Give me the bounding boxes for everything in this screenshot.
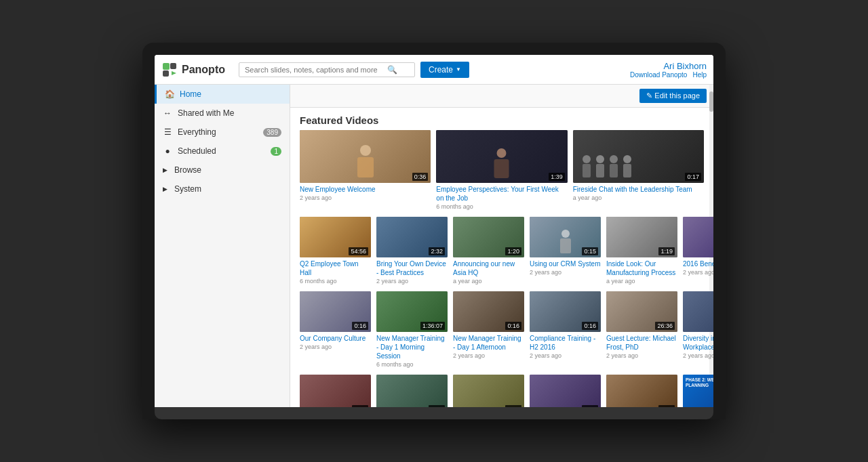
video-thumb-v5[interactable]: 2:32	[376, 217, 448, 257]
video-thumb-v8[interactable]: 1:19	[606, 217, 677, 257]
video-title-v12[interactable]: New Manager Training - Day 1 Afternoon	[453, 334, 524, 352]
svg-rect-5	[357, 157, 374, 177]
video-item-v20: MaxRank Employee Benefits 3:51	[606, 375, 677, 407]
video-title-v11[interactable]: New Manager Training - Day 1 Morning Ses…	[376, 334, 448, 360]
video-meta-v14: 2 years ago	[606, 352, 677, 359]
scrollbar-thumb[interactable]	[709, 91, 713, 112]
search-input[interactable]	[245, 66, 387, 74]
video-item-v11: 1:36:07 New Manager Training - Day 1 Mor…	[376, 291, 448, 368]
sidebar-label-system: System	[174, 184, 201, 194]
topbar-links: Download Panopto Help	[630, 71, 707, 79]
video-thumb-v14[interactable]: 26:36	[606, 291, 677, 332]
video-thumb-v20[interactable]: MaxRank Employee Benefits 3:51	[606, 375, 677, 407]
svg-point-12	[610, 155, 618, 163]
video-thumb-v19[interactable]: 3:11	[530, 375, 601, 407]
video-item-v12: 0:16 New Manager Training - Day 1 Aftern…	[453, 291, 524, 368]
main-layout: 🏠 Home ↔ Shared with Me ☰ Everything 389…	[155, 85, 713, 407]
video-thumb-v6[interactable]: 1:20	[453, 217, 524, 257]
video-grid: 0:36 New Employee Welcome 2 years ago	[290, 130, 713, 407]
video-item-v1: 0:36 New Employee Welcome 2 years ago	[300, 130, 431, 210]
everything-badge: 389	[263, 128, 281, 137]
sidebar-item-system[interactable]: ▶ System	[155, 180, 290, 198]
video-thumb-v11[interactable]: 1:36:07	[376, 291, 448, 332]
svg-point-14	[623, 155, 631, 163]
duration-v7: 0:15	[582, 247, 598, 255]
video-thumb-v4[interactable]: 54:56	[300, 217, 371, 257]
svg-rect-21	[713, 313, 714, 328]
svg-marker-3	[172, 71, 176, 75]
video-meta-v15: 2 years ago	[683, 352, 713, 359]
video-item-v13: 0:16 Compliance Training - H2 2016 2 yea…	[530, 291, 601, 368]
video-item-v15: 0:15 Diversity in the Workplace 2 years …	[683, 291, 713, 368]
duration-v13: 0:16	[582, 322, 598, 330]
svg-rect-0	[163, 63, 170, 70]
video-title-v9[interactable]: 2016 Benefits Update	[683, 259, 713, 268]
video-title-v3[interactable]: Fireside Chat with the Leadership Team	[573, 185, 704, 194]
svg-point-6	[496, 148, 506, 158]
video-item-v5: 2:32 Bring Your Own Device - Best Practi…	[376, 217, 448, 285]
video-thumb-v1[interactable]: 0:36	[300, 130, 431, 183]
video-thumb-v10[interactable]: 0:16	[300, 291, 371, 332]
svg-rect-19	[713, 238, 714, 253]
video-title-v1[interactable]: New Employee Welcome	[300, 185, 431, 194]
duration-v8: 1:19	[658, 247, 675, 255]
svg-point-4	[360, 145, 371, 156]
video-thumb-v2[interactable]: 1:39	[436, 130, 567, 183]
video-meta-v11: 6 months ago	[376, 361, 448, 368]
video-thumb-v16[interactable]: 0:13	[300, 375, 371, 407]
search-icon[interactable]: 🔍	[387, 65, 397, 75]
video-title-v15[interactable]: Diversity in the Workplace	[683, 334, 713, 352]
video-thumb-v12[interactable]: 0:16	[453, 291, 524, 332]
topbar-center: 🔍 Create ▼	[239, 62, 616, 78]
video-title-v5[interactable]: Bring Your Own Device - Best Practices	[376, 259, 448, 277]
sidebar-item-home[interactable]: 🏠 Home	[155, 85, 290, 104]
svg-rect-13	[610, 164, 618, 177]
video-thumb-v9[interactable]: 0:18	[683, 217, 713, 257]
video-meta-v10: 2 years ago	[300, 343, 371, 350]
create-dropdown-arrow: ▼	[456, 66, 461, 72]
video-title-v13[interactable]: Compliance Training - H2 2016	[530, 334, 601, 352]
download-panopto-link[interactable]: Download Panopto	[630, 71, 688, 79]
sidebar-item-shared-with-me[interactable]: ↔ Shared with Me	[155, 104, 290, 123]
panopto-logo-icon	[161, 62, 178, 78]
user-name[interactable]: Ari Bixhorn	[663, 61, 707, 71]
video-thumb-v21[interactable]: PHASE 2: WEBSITE PROJECT PLANNING 3:17	[683, 375, 713, 407]
video-item-v21: PHASE 2: WEBSITE PROJECT PLANNING 3:17	[683, 375, 713, 407]
video-title-v7[interactable]: Using our CRM System	[530, 259, 601, 268]
video-title-v10[interactable]: Our Company Culture	[300, 334, 371, 343]
video-item-v16: 0:13	[300, 375, 371, 407]
logo: Panopto	[161, 62, 225, 78]
video-thumb-v13[interactable]: 0:16	[530, 291, 601, 332]
video-thumb-v15[interactable]: 0:15	[683, 291, 713, 332]
help-link[interactable]: Help	[692, 71, 707, 79]
video-thumb-v18[interactable]: 0:15	[453, 375, 524, 407]
video-title-v14[interactable]: Guest Lecture: Michael Frost, PhD	[606, 334, 677, 352]
video-thumb-v3[interactable]: 0:17	[573, 130, 704, 183]
video-item-v14: 26:36 Guest Lecture: Michael Frost, PhD …	[606, 291, 677, 368]
sidebar-item-browse[interactable]: ▶ Browse	[155, 161, 290, 180]
shared-icon: ↔	[163, 108, 172, 118]
video-thumb-v7[interactable]: 0:15	[530, 217, 601, 257]
sidebar-label-browse: Browse	[174, 165, 201, 175]
duration-v20: 3:51	[658, 405, 675, 407]
edit-page-button[interactable]: ✎ Edit this page	[639, 89, 707, 103]
sidebar-item-everything[interactable]: ☰ Everything 389	[155, 123, 290, 142]
sidebar-item-scheduled[interactable]: ● Scheduled 1	[155, 142, 290, 161]
video-title-v4[interactable]: Q2 Employee Town Hall	[300, 259, 371, 277]
video-title-v6[interactable]: Announcing our new Asia HQ	[453, 259, 524, 277]
video-item-v17: 0:20	[376, 375, 448, 407]
video-item-v4: 54:56 Q2 Employee Town Hall 6 months ago	[300, 217, 371, 285]
video-title-v8[interactable]: Inside Look: Our Manufacturing Process	[606, 259, 677, 277]
video-row-3: 0:16 Our Company Culture 2 years ago 1:3…	[300, 291, 704, 368]
svg-rect-9	[583, 164, 591, 177]
laptop-base	[155, 407, 713, 419]
video-meta-v2: 6 months ago	[436, 203, 567, 210]
duration-v10: 0:16	[352, 322, 368, 330]
svg-point-8	[583, 155, 591, 163]
video-thumb-v17[interactable]: 0:20	[376, 375, 448, 407]
video-title-v2[interactable]: Employee Perspectives: Your First Week o…	[436, 185, 567, 203]
search-box[interactable]: 🔍	[239, 62, 415, 77]
video-row-2: 54:56 Q2 Employee Town Hall 6 months ago…	[300, 217, 704, 285]
create-button[interactable]: Create ▼	[420, 62, 469, 78]
svg-rect-7	[494, 159, 509, 178]
